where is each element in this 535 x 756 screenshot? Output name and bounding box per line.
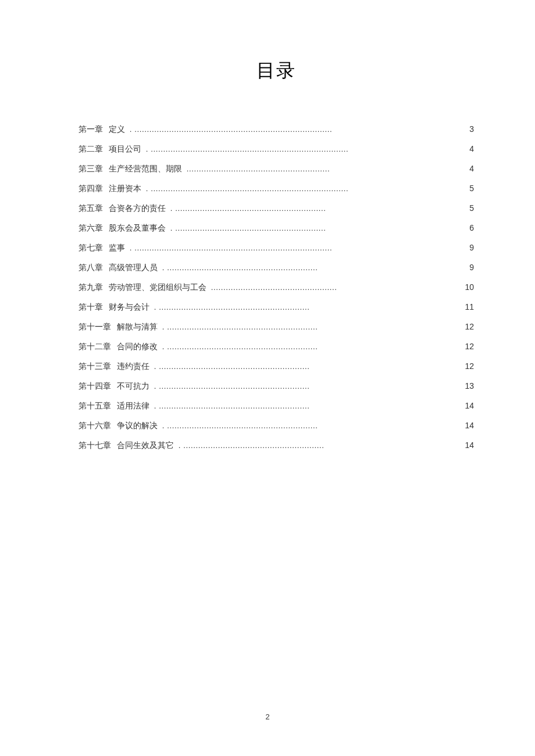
toc-leader-dots: . ......................................… (154, 303, 310, 312)
toc-leader-dots: . ......................................… (154, 382, 310, 391)
chapter-title: 生产经营范围、期限 (109, 164, 182, 174)
toc-leader-dots: . ......................................… (170, 224, 326, 233)
toc-page-number: 4 (462, 144, 474, 153)
toc-leader-dots: ........................................… (187, 164, 330, 174)
toc-page-number: 13 (462, 381, 474, 390)
toc-row: 第十三章违约责任. ..............................… (79, 361, 474, 371)
toc-page-number: 5 (462, 203, 474, 213)
toc-leader-dots: . ......................................… (130, 125, 333, 134)
toc-page-number: 9 (462, 243, 474, 252)
toc-page-number: 11 (462, 302, 474, 311)
toc-leader-dots: . ......................................… (162, 342, 318, 352)
toc-page-number: 14 (462, 440, 474, 450)
chapter-title: 监事 (109, 243, 125, 253)
toc-row: 第二章项目公司. ...............................… (79, 144, 474, 153)
toc-leader-dots: . ......................................… (179, 441, 324, 450)
toc-leader-dots: . ......................................… (146, 145, 349, 154)
toc-row: 第八章高级管理人员. .............................… (79, 263, 474, 272)
toc-page-number: 3 (462, 124, 474, 134)
chapter-title: 合资各方的责任 (109, 203, 166, 214)
chapter-label: 第十四章 (79, 381, 111, 392)
chapter-title: 高级管理人员 (109, 263, 158, 273)
toc-row: 第十六章争议的解决. .............................… (79, 421, 474, 430)
chapter-title: 财务与会计 (109, 302, 149, 313)
toc-row: 第十一章解散与清算. .............................… (79, 322, 474, 331)
toc-leader-dots: . ......................................… (162, 323, 318, 332)
toc-page-number: 12 (462, 322, 474, 331)
toc-page-number: 9 (462, 263, 474, 272)
toc-row: 第五章合资各方的责任. ............................… (79, 203, 474, 213)
chapter-title: 股东会及董事会 (109, 223, 166, 234)
toc-leader-dots: ........................................… (211, 283, 337, 292)
toc-page-number: 12 (462, 342, 474, 351)
chapter-title: 注册资本 (109, 184, 141, 194)
chapter-title: 劳动管理、党团组织与工会 (109, 282, 206, 293)
chapter-label: 第二章 (79, 144, 103, 155)
toc-row: 第十七章合同生效及其它. ...........................… (79, 440, 474, 450)
page-number: 2 (0, 712, 535, 721)
chapter-label: 第十七章 (79, 440, 111, 451)
toc-leader-dots: . ......................................… (162, 421, 318, 431)
chapter-title: 定义 (109, 124, 125, 135)
toc-leader-dots: . ......................................… (154, 362, 310, 371)
toc-leader-dots: . ......................................… (154, 402, 310, 411)
chapter-label: 第一章 (79, 124, 103, 135)
toc-leader-dots: . ......................................… (146, 184, 349, 194)
chapter-label: 第十一章 (79, 322, 111, 332)
toc-page-number: 14 (462, 421, 474, 430)
chapter-label: 第九章 (79, 282, 103, 293)
toc-row: 第十四章不可抗力. ..............................… (79, 381, 474, 390)
chapter-label: 第七章 (79, 243, 103, 253)
toc-leader-dots: . ......................................… (162, 263, 318, 273)
toc-page-number: 4 (462, 164, 474, 173)
toc-page-number: 10 (462, 282, 474, 292)
toc-title: 目录 (79, 58, 474, 84)
chapter-title: 解散与清算 (117, 322, 158, 332)
toc-row: 第六章股东会及董事会. ............................… (79, 223, 474, 232)
chapter-title: 适用法律 (117, 401, 149, 411)
chapter-label: 第十章 (79, 302, 103, 313)
toc-row: 第十五章适用法律. ..............................… (79, 401, 474, 410)
chapter-label: 第十六章 (79, 421, 111, 431)
chapter-label: 第四章 (79, 184, 103, 194)
toc-row: 第一章定义. .................................… (79, 124, 474, 134)
toc-page-number: 5 (462, 184, 474, 193)
toc-row: 第九章劳动管理、党团组织与工会.........................… (79, 282, 474, 292)
chapter-label: 第五章 (79, 203, 103, 214)
toc-leader-dots: . ......................................… (170, 204, 326, 213)
chapter-title: 不可抗力 (117, 381, 149, 392)
toc-row: 第四章注册资本. ...............................… (79, 184, 474, 193)
toc-row: 第十二章合同的修改. .............................… (79, 342, 474, 351)
chapter-title: 项目公司 (109, 144, 141, 155)
toc-row: 第十章财务与会计. ..............................… (79, 302, 474, 311)
toc-row: 第三章生产经营范围、期限............................… (79, 164, 474, 173)
chapter-title: 合同生效及其它 (117, 440, 174, 451)
chapter-label: 第六章 (79, 223, 103, 234)
toc-page-number: 14 (462, 401, 474, 410)
toc-row: 第七章监事. .................................… (79, 243, 474, 252)
chapter-label: 第三章 (79, 164, 103, 174)
table-of-contents: 第一章定义. .................................… (79, 124, 474, 450)
toc-page-number: 12 (462, 361, 474, 371)
chapter-title: 合同的修改 (117, 342, 158, 352)
chapter-label: 第十五章 (79, 401, 111, 411)
toc-leader-dots: . ......................................… (130, 243, 333, 253)
chapter-label: 第十二章 (79, 342, 111, 352)
chapter-label: 第八章 (79, 263, 103, 273)
chapter-title: 争议的解决 (117, 421, 158, 431)
toc-page-number: 6 (462, 223, 474, 232)
chapter-title: 违约责任 (117, 361, 149, 372)
chapter-label: 第十三章 (79, 361, 111, 372)
